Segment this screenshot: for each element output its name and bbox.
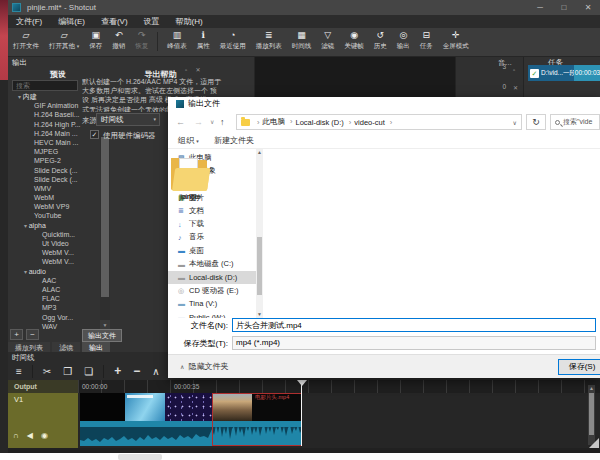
toolbar-button[interactable]: ↺ 历史	[369, 28, 392, 56]
history-caret-icon[interactable]: ∨	[210, 111, 214, 133]
toolbar-button[interactable]: ▦ 时间线	[287, 28, 317, 56]
scrollbar-thumb[interactable]	[589, 393, 594, 435]
toolbar-button[interactable]: ✛ 全屏模式	[438, 28, 474, 56]
preset-list-item[interactable]: HEVC Main ...	[12, 138, 98, 147]
toolbar-button[interactable]: ℹ 属性	[192, 28, 215, 56]
filename-input[interactable]	[232, 318, 596, 332]
sidebar-place-item[interactable]: ▬ 桌面	[168, 244, 256, 257]
video-clip[interactable]	[165, 393, 212, 421]
timeline-toolbar-button[interactable]	[103, 365, 104, 378]
toolbar-button[interactable]: ▣ 保存	[84, 28, 107, 56]
toolbar-button[interactable]: ⊟ 任务	[415, 28, 438, 56]
scroll-down-icon[interactable]: ▼	[256, 311, 263, 318]
preset-list-item[interactable]: WebM	[12, 193, 98, 202]
scroll-up-icon[interactable]: ▲	[256, 149, 263, 156]
sidebar-scrollbar[interactable]: ▲ ▼	[256, 149, 263, 318]
preset-list-item[interactable]: alpha	[12, 221, 98, 230]
sidebar-place-item[interactable]: ◎ CD 驱动器 (E:)	[168, 284, 256, 297]
scrollbar-thumb[interactable]	[257, 237, 262, 295]
address-bar[interactable]: 此电脑Local-disk (D:)video-cut ∨	[236, 114, 522, 130]
preset-list-item[interactable]: WebM VP9	[12, 202, 98, 211]
savetype-dropdown[interactable]: mp4 (*.mp4)	[232, 336, 596, 350]
lock-track-icon[interactable]: ∩	[13, 431, 19, 440]
preset-list-item[interactable]: Ut Video	[12, 239, 98, 248]
add-preset-button[interactable]: +	[10, 329, 23, 340]
up-icon[interactable]: ↑	[220, 111, 225, 133]
preset-list-item[interactable]: Slide Deck (...	[12, 175, 98, 184]
preset-search-input[interactable]	[12, 80, 78, 91]
preset-list-item[interactable]: audio	[12, 267, 98, 276]
hardware-encoder-checkbox[interactable]: ✓	[90, 130, 99, 139]
refresh-icon[interactable]: ↻	[526, 114, 546, 130]
timeline-toolbar-button[interactable]: ∧	[146, 363, 165, 380]
toolbar-button[interactable]: ▽ 滤镜	[316, 28, 339, 56]
preset-list-item[interactable]: Ogg Vor...	[12, 313, 98, 322]
folder-item[interactable]: pinjie	[168, 157, 212, 201]
timeline-toolbar-button[interactable]: ❏	[78, 363, 99, 380]
sidebar-place-item[interactable]: ♪ 音乐	[168, 231, 256, 244]
breadcrumb-segment[interactable]: 此电脑	[260, 117, 293, 127]
preset-list-item[interactable]: MJPEG	[12, 147, 98, 156]
track-v1-header[interactable]: V1 ∩ ◀ ◉	[8, 393, 78, 448]
toolbar-button[interactable]: ▥ 峰值表	[162, 28, 192, 56]
forward-icon[interactable]: →	[194, 111, 203, 133]
back-icon[interactable]: ←	[176, 111, 185, 133]
toolbar-button[interactable]: ◉ 关键帧	[339, 28, 369, 56]
preset-list-item[interactable]: WebM V...	[12, 248, 98, 257]
preset-list-item[interactable]: Slide Deck (...	[12, 166, 98, 175]
preset-list-item[interactable]: WebM V...	[12, 257, 98, 266]
video-clip[interactable]	[80, 393, 125, 421]
organize-button[interactable]: 组织 ▾	[178, 133, 199, 149]
dock-float-icon[interactable]: ▫	[513, 67, 515, 73]
playhead[interactable]	[301, 380, 302, 446]
preset-list-item[interactable]: ALAC	[12, 285, 98, 294]
toolbar-button[interactable]: ◎ 输出	[392, 28, 415, 56]
close-button[interactable]: ✕	[576, 0, 600, 15]
toolbar-button[interactable]: ▱ 打开文件	[8, 28, 44, 56]
preset-list-item[interactable]: H.264 Main ...	[12, 129, 98, 138]
breadcrumb-segment[interactable]: Local-disk (D:)	[293, 118, 352, 127]
job-list-item[interactable]: ✓ D:\vid...一段.mp4 00:00:03	[528, 65, 600, 81]
menu-item[interactable]: 设置	[136, 15, 168, 28]
timeline-toolbar-button[interactable]: ❐	[57, 363, 78, 380]
sidebar-place-item[interactable]: ▬ Local-disk (D:)	[168, 271, 256, 284]
new-folder-button[interactable]: 新建文件夹	[214, 133, 254, 149]
toolbar-button[interactable]: ↷ 恢复	[130, 28, 153, 56]
scrollbar-thumb[interactable]	[101, 137, 109, 297]
dock-close-icon[interactable]: ✕	[513, 85, 518, 91]
mute-track-icon[interactable]: ◀	[27, 431, 33, 440]
toolbar-button[interactable]: ↶ 撤销	[107, 28, 130, 56]
timeline-toolbar-button[interactable]: −	[127, 363, 146, 380]
toolbar-button[interactable]: ▱ 打开其他 ▾	[44, 28, 84, 56]
sidebar-place-item[interactable]: ↓ 下载	[168, 217, 256, 230]
preset-list-item[interactable]: AAC	[12, 276, 98, 285]
menu-item[interactable]: 文件(F)	[8, 15, 50, 28]
preset-list-item[interactable]: FLAC	[12, 294, 98, 303]
timeline-toolbar-button[interactable]: +	[108, 363, 127, 380]
preset-list-item[interactable]: MP3	[12, 303, 98, 312]
sidebar-place-item[interactable]: ▬ Public (W:)	[168, 311, 256, 318]
sidebar-place-item[interactable]: ≣ 文档	[168, 204, 256, 217]
save-button[interactable]: 保存(S)	[558, 359, 600, 375]
toolbar-button[interactable]	[157, 32, 158, 51]
output-track-header[interactable]: Output	[8, 380, 78, 393]
hide-folders-button[interactable]: ∧隐藏文件夹	[180, 355, 228, 378]
video-clip[interactable]	[125, 393, 165, 421]
timeline-scrollbar[interactable]: ▲	[588, 385, 595, 445]
preset-list-item[interactable]: MPEG-2	[12, 156, 98, 165]
minimize-button[interactable]: ─	[528, 0, 552, 15]
toolbar-button[interactable]: ◔ 最近使用	[215, 28, 251, 56]
preset-list-item[interactable]: YouTube	[12, 211, 98, 220]
maximize-button[interactable]: □	[552, 0, 576, 15]
timeline-ruler[interactable]: 00:00:00 00:00:35	[78, 380, 600, 393]
hide-track-icon[interactable]: ◉	[41, 431, 48, 440]
chevron-down-icon[interactable]: ∨	[513, 115, 517, 130]
timeline-toolbar-button[interactable]: ✂	[37, 363, 57, 380]
menu-item[interactable]: 帮助(H)	[168, 15, 211, 28]
preset-list-item[interactable]: WMV	[12, 184, 98, 193]
remove-preset-button[interactable]: −	[26, 329, 39, 340]
preset-list-item[interactable]: Quicktim...	[12, 230, 98, 239]
preset-list-scrollbar[interactable]: ▼	[100, 135, 110, 330]
toolbar-button[interactable]: ≣ 播放列表	[251, 28, 287, 56]
menu-item[interactable]: 查看(V)	[93, 15, 136, 28]
